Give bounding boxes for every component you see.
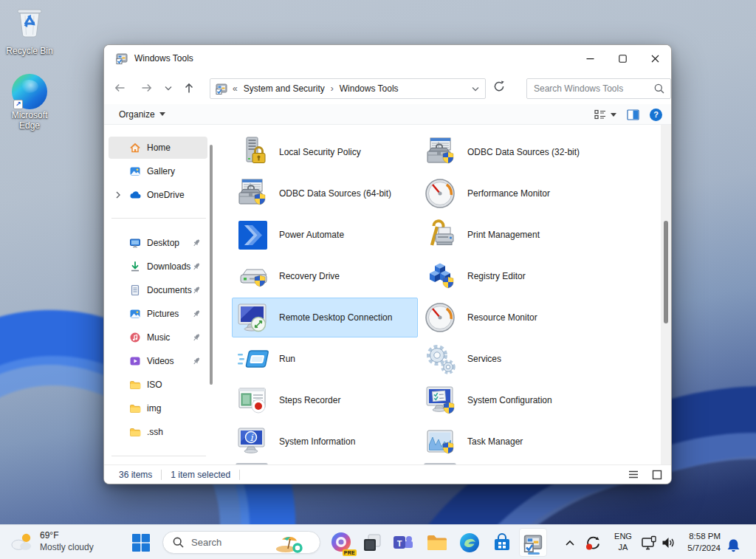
store-icon	[492, 533, 512, 552]
explorer-search-input[interactable]	[534, 83, 654, 94]
tool-remote-desktop-connection[interactable]: Remote Desktop Connection	[232, 298, 418, 337]
sidebar-item-iso[interactable]: ISO	[109, 374, 207, 396]
tool-resource-monitor[interactable]: Resource Monitor	[420, 298, 606, 337]
tool-odbc-64[interactable]: ODBC Data Sources (64-bit)	[232, 174, 418, 213]
titlebar[interactable]: Windows Tools	[104, 45, 671, 72]
bell-icon	[726, 538, 740, 553]
scrollbar-thumb[interactable]	[664, 221, 668, 323]
desktops-app-button[interactable]	[360, 531, 384, 555]
selection-count: 1 item selected	[171, 470, 230, 480]
search-highlight-beach-icon	[275, 532, 304, 553]
sidebar-item-img[interactable]: img	[109, 397, 207, 419]
copilot-button[interactable]: PRE	[330, 531, 354, 555]
language-line1: ENG	[611, 531, 635, 542]
sidebar-item-home[interactable]: Home	[109, 137, 207, 159]
file-explorer-button[interactable]	[425, 531, 449, 555]
tool-run[interactable]: Run	[232, 339, 418, 379]
up-button[interactable]	[179, 78, 199, 97]
windows-tools-window: Windows Tools	[103, 44, 672, 484]
folder-icon	[129, 402, 141, 414]
clock-time: 8:58 PM	[673, 531, 721, 543]
tool-print-management[interactable]: Print Management	[420, 215, 606, 255]
taskbar-search-box[interactable]	[162, 531, 320, 554]
tool-services[interactable]: Services	[420, 339, 606, 379]
edge-button[interactable]	[458, 531, 481, 555]
tool-system-configuration[interactable]: System Configuration	[420, 380, 606, 420]
details-view-toggle[interactable]	[625, 467, 642, 482]
microsoft-store-button[interactable]	[490, 531, 514, 555]
sidebar-scrollbar[interactable]	[210, 145, 213, 385]
language-indicator[interactable]: ENG JA	[611, 531, 635, 553]
remote-desktop-connection-icon	[236, 301, 269, 335]
edge-icon	[459, 532, 480, 553]
sidebar-item-pictures[interactable]: Pictures	[109, 303, 207, 325]
address-bar[interactable]: « System and Security › Windows Tools	[210, 78, 486, 99]
tool-power-automate[interactable]: Power Automate	[232, 215, 418, 255]
preview-pane-icon[interactable]	[627, 109, 639, 120]
sidebar-item-gallery[interactable]: Gallery	[109, 160, 207, 182]
tool-task-manager[interactable]: Task Manager	[420, 422, 606, 462]
sidebar-item-music[interactable]: Music	[109, 326, 207, 349]
help-icon: ?	[653, 110, 659, 119]
close-button[interactable]	[639, 45, 671, 72]
tool-recovery-drive[interactable]: Recovery Drive	[232, 256, 418, 296]
change-view-button[interactable]	[594, 109, 616, 120]
refresh-button[interactable]	[493, 80, 509, 97]
sidebar-item-label: ISO	[147, 380, 162, 390]
weather-widget[interactable]: 69°F Mostly cloudy	[9, 530, 94, 553]
resource-monitor-icon	[425, 301, 458, 335]
maximize-button[interactable]	[606, 45, 639, 72]
sidebar-item-ssh[interactable]: .ssh	[109, 421, 207, 443]
tray-overflow-button[interactable]	[561, 531, 579, 555]
minimize-button[interactable]	[574, 45, 606, 72]
odbc-data-sources-icon	[425, 136, 458, 169]
sidebar-divider	[111, 218, 206, 219]
pictures-icon	[129, 308, 141, 320]
tool-label: Services	[467, 354, 501, 364]
tool-label: Local Security Policy	[279, 147, 361, 157]
sidebar-item-onedrive[interactable]: OneDrive	[109, 184, 207, 206]
breadcrumb-system-and-security[interactable]: System and Security	[244, 83, 325, 94]
tool-odbc-32[interactable]: ODBC Data Sources (32-bit)	[420, 132, 606, 172]
sidebar-item-videos[interactable]: Videos	[109, 350, 207, 372]
status-bar: 36 items 1 item selected	[104, 464, 671, 484]
breadcrumb-collapse[interactable]: «	[233, 83, 238, 94]
taskbar-search-input[interactable]	[191, 537, 265, 548]
windows-tools-taskbar-button[interactable]	[519, 528, 547, 557]
desktop-icon-recycle-bin[interactable]: Recycle Bin	[0, 6, 59, 57]
tool-steps-recorder[interactable]: Steps Recorder	[232, 380, 418, 420]
tool-local-security-policy[interactable]: Local Security Policy	[232, 132, 418, 172]
tool-performance-monitor[interactable]: Performance Monitor	[420, 174, 606, 213]
large-icons-view-toggle[interactable]	[649, 467, 665, 482]
notifications-button[interactable]	[724, 534, 743, 558]
view-options-icon	[594, 109, 606, 120]
help-button[interactable]: ?	[650, 109, 662, 121]
address-dropdown-icon[interactable]	[472, 86, 479, 92]
sidebar-item-label: Downloads	[147, 261, 190, 272]
network-tray-button[interactable]	[639, 531, 659, 555]
teams-button[interactable]: T	[391, 531, 415, 555]
breadcrumb-windows-tools[interactable]: Windows Tools	[340, 83, 399, 94]
close-icon	[651, 55, 659, 63]
organize-label: Organize	[119, 109, 155, 120]
clock[interactable]: 8:58 PM 5/7/2024	[673, 531, 721, 554]
start-button[interactable]	[129, 531, 153, 555]
sidebar-item-downloads[interactable]: Downloads	[109, 256, 207, 278]
back-button[interactable]	[110, 78, 129, 97]
organize-button[interactable]: Organize	[119, 109, 165, 120]
content-scrollbar[interactable]	[661, 125, 671, 464]
tool-system-information[interactable]: System Information	[232, 422, 418, 462]
monitor-network-icon	[641, 535, 657, 551]
sidebar-item-documents[interactable]: Documents	[109, 279, 207, 301]
desktop-icon-microsoft-edge[interactable]: ↗ Microsoft Edge	[0, 74, 59, 131]
folder-icon	[129, 379, 141, 391]
explorer-search-box[interactable]	[526, 78, 671, 99]
recent-locations-button[interactable]	[159, 78, 178, 97]
recording-sync-tray-button[interactable]	[583, 531, 602, 555]
sidebar-item-desktop[interactable]: Desktop	[109, 232, 207, 254]
expand-chevron-icon[interactable]	[113, 190, 123, 200]
steps-recorder-icon	[236, 384, 269, 417]
tool-registry-editor[interactable]: Registry Editor	[420, 256, 606, 296]
chevron-up-icon	[565, 539, 575, 546]
forward-button[interactable]	[137, 78, 156, 97]
